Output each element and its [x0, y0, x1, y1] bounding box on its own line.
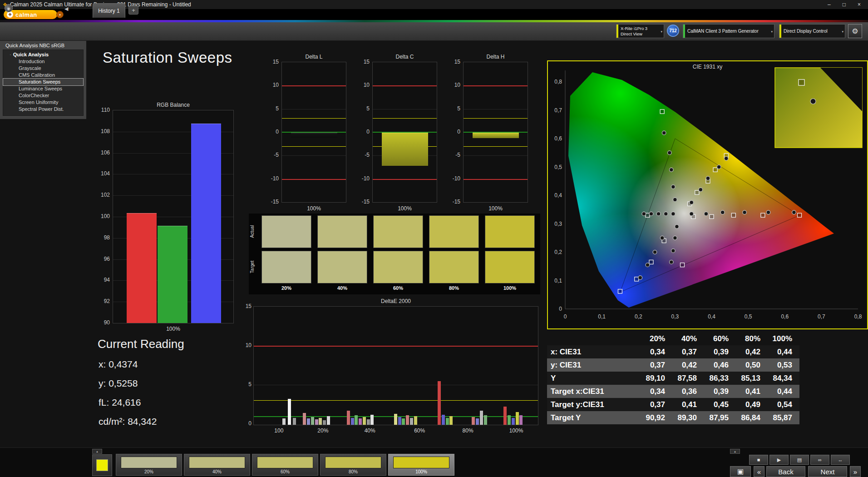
actual-patch-40% — [317, 215, 367, 248]
workflow-panel-icon[interactable]: ◉ — [5, 4, 13, 12]
deltae-bar — [414, 416, 417, 425]
pattern-level-label: 100% — [389, 469, 454, 474]
pattern-level-100%[interactable]: 100% — [388, 454, 454, 476]
cie-measured-marker — [662, 131, 666, 135]
delta_c-xlabel: 100% — [372, 205, 437, 212]
play-button[interactable]: ▶ — [769, 455, 789, 465]
tick-label: 5 — [444, 105, 460, 112]
sidebar-item-luminance-sweeps[interactable]: Luminance Sweeps — [3, 85, 83, 92]
calman-window: ❖ Calman 2025 Calman Ultimate for Busine… — [0, 0, 868, 477]
cie-x-tick: 0,7 — [818, 313, 825, 320]
patch-column-label: 60% — [373, 285, 423, 291]
first-page-button[interactable]: « — [754, 466, 764, 477]
collapse-up-icon[interactable]: ▴ — [730, 449, 740, 454]
reading-fl: fL: 24,616 — [99, 397, 141, 408]
tick-label: -10 — [262, 175, 279, 182]
deltae-bar — [288, 399, 291, 425]
collapse-up-icon[interactable]: ▴ — [92, 449, 102, 454]
minimize-button[interactable]: – — [828, 1, 831, 8]
cie-measured-marker — [667, 151, 671, 155]
cie-y-tick: 0,4 — [554, 192, 562, 199]
table-header-cell: 100% — [768, 333, 799, 345]
last-page-button[interactable]: » — [850, 466, 861, 477]
table-cell: 0,41 — [736, 385, 768, 398]
display-dropdown[interactable]: Direct Display Control ▾ — [779, 24, 845, 38]
cie-title: CIE 1931 xy — [548, 64, 867, 70]
back-button[interactable]: Back — [766, 466, 805, 477]
table-header-cell: 80% — [736, 333, 768, 345]
source-dropdown[interactable]: CalMAN Client 3 Pattern Generator ▾ — [683, 24, 774, 38]
sidebar-item-cms-calibration[interactable]: CMS Calibration — [3, 72, 83, 79]
cie-y-tick: 0,3 — [554, 221, 562, 227]
pattern-level-40%[interactable]: 40% — [184, 454, 250, 476]
tab-history-1[interactable]: History 1 — [93, 3, 125, 18]
sidebar-item-colorchecker[interactable]: ColorChecker — [3, 92, 83, 99]
table-cell: 0,49 — [736, 398, 768, 411]
cie-measured-marker — [653, 250, 657, 254]
meter-status-badge[interactable]: 712 — [667, 25, 679, 37]
target-patch-80% — [429, 251, 479, 283]
next-button[interactable]: Next — [808, 466, 847, 477]
tick-label: 108 — [94, 128, 110, 134]
close-button[interactable]: × — [858, 1, 861, 8]
sweep-color-button[interactable] — [92, 454, 112, 476]
collapse-sidebar-icon[interactable]: ◀ — [64, 6, 68, 12]
pattern-level-60%[interactable]: 60% — [252, 454, 318, 476]
cie-measured-marker — [743, 210, 747, 214]
target-patch-60% — [373, 251, 423, 283]
table-cell: 0,39 — [704, 385, 736, 398]
pattern-level-80%[interactable]: 80% — [320, 454, 386, 476]
table-cell: 0,34 — [641, 385, 672, 398]
deltae-bar — [323, 420, 326, 425]
pattern-level-label: 40% — [184, 469, 250, 474]
tick-label: 106 — [94, 149, 110, 156]
table-row-label: Target Y — [547, 411, 641, 424]
pattern-level-20%[interactable]: 20% — [116, 454, 182, 476]
pattern-button[interactable]: ▤ — [790, 455, 809, 465]
cie-x-tick: 0,8 — [854, 313, 862, 320]
deltae-bar — [402, 418, 405, 425]
gridline — [464, 155, 528, 156]
calman-logo[interactable]: ❖ calman — [4, 10, 57, 19]
gridline — [254, 385, 538, 385]
sidebar-item-grayscale[interactable]: Grayscale — [3, 65, 83, 72]
cie-x-tick: 0 — [564, 313, 567, 320]
add-tab-button[interactable]: + — [128, 6, 138, 15]
settings-button[interactable]: ⚙ — [848, 24, 862, 38]
loop-button[interactable]: ∞ — [810, 455, 829, 465]
cie-measured-marker — [656, 212, 661, 216]
rgb-bar-red — [127, 213, 157, 323]
cie-zoom-inset — [775, 68, 862, 148]
patch-column-label: 20% — [261, 285, 311, 291]
pattern-swatch — [393, 457, 449, 468]
meter-dropdown[interactable]: X-Rite i1Pro 3 Direct View ▾ — [616, 24, 664, 38]
deltae-bar — [519, 415, 523, 425]
deltae-bar — [370, 415, 374, 425]
table-cell: 85,13 — [736, 372, 768, 385]
deltae-bar — [406, 415, 409, 425]
tick-label: 0 — [234, 420, 252, 427]
deltae-bar — [442, 415, 445, 425]
stop-button[interactable]: ■ — [749, 455, 768, 465]
actual-patch-100% — [485, 215, 535, 248]
tick-label: -5 — [444, 152, 460, 158]
deltae-xlabel: 100% — [505, 427, 528, 434]
deltae-bar — [303, 413, 306, 425]
logo-menu-arrow-icon[interactable]: ▾ — [56, 11, 64, 18]
tick-label: 5 — [353, 105, 370, 112]
reading-x: x: 0,4374 — [99, 359, 138, 370]
sidebar-item-saturation-sweeps[interactable]: Saturation Sweeps — [3, 79, 83, 85]
sidebar-item-screen-uniformity[interactable]: Screen Uniformity — [3, 99, 83, 106]
maximize-button[interactable]: □ — [843, 1, 846, 8]
gridline — [282, 155, 346, 156]
table-row: Target x:CIE310,340,360,390,410,44 — [547, 385, 799, 398]
pattern-window-button[interactable]: ▣ — [730, 466, 751, 477]
workflow-root[interactable]: ·Quick Analysis — [3, 51, 83, 58]
table-cell: 0,42 — [672, 358, 704, 372]
swap-button[interactable]: ↔ — [831, 455, 850, 465]
deltae-bar — [480, 411, 483, 425]
table-cell: 0,37 — [641, 398, 672, 411]
sidebar-item-introduction[interactable]: Introduction — [3, 58, 83, 65]
actual-patch-60% — [373, 215, 423, 248]
sidebar-item-spectral-power-dist-[interactable]: Spectral Power Dist. — [3, 106, 83, 113]
